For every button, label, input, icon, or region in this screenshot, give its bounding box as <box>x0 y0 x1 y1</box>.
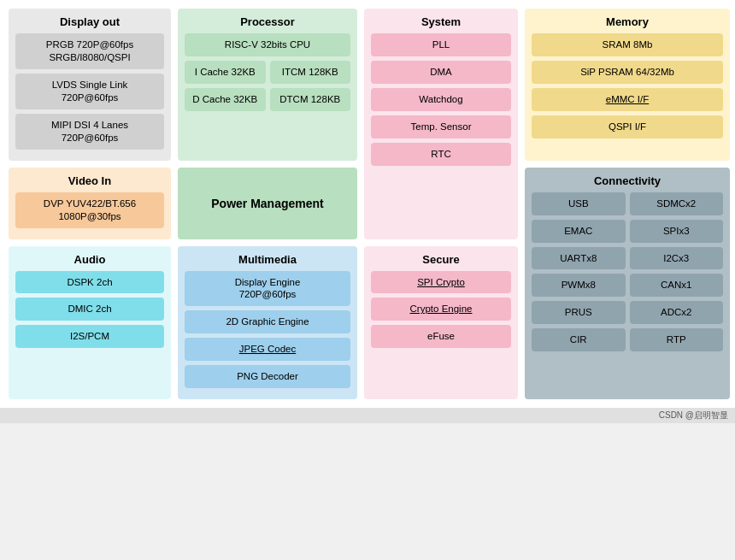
system-section: System PLL DMA Watchdog Temp. Sensor RTC <box>364 9 518 239</box>
connectivity-row2: EMAC SPIx3 <box>532 220 723 243</box>
memory-psram: SiP PSRAM 64/32Mb <box>532 61 723 84</box>
connectivity-adc: ADCx2 <box>630 301 724 324</box>
memory-sram: SRAM 8Mb <box>532 33 723 56</box>
audio-i2s: I2S/PCM <box>15 325 164 348</box>
connectivity-row3: UARTx8 I2Cx3 <box>532 247 723 270</box>
main-layout: Display out PRGB 720P@60fpsSRGB/I8080/QS… <box>0 0 735 408</box>
multimedia-display-engine: Display Engine720P@60fps <box>185 271 350 307</box>
system-temp-sensor: Temp. Sensor <box>371 115 511 139</box>
footer-text: CSDN @启明智显 <box>659 410 728 420</box>
display-out-section: Display out PRGB 720P@60fpsSRGB/I8080/QS… <box>9 9 171 161</box>
display-out-chip-2: LVDS Single Link720P@60fps <box>15 74 164 109</box>
processor-icache: I Cache 32KB <box>185 61 266 84</box>
processor-title: Processor <box>185 15 350 28</box>
memory-section: Memory SRAM 8Mb SiP PSRAM 64/32Mb eMMC I… <box>525 9 730 161</box>
system-pll: PLL <box>371 33 511 56</box>
secure-title: Secure <box>371 253 511 266</box>
connectivity-pwm: PWMx8 <box>532 274 626 297</box>
memory-emmc: eMMC I/F <box>532 88 723 111</box>
multimedia-title: Multimedia <box>185 253 350 266</box>
connectivity-can: CANx1 <box>630 274 724 297</box>
connectivity-sdmc: SDMCx2 <box>630 192 724 215</box>
connectivity-row5: PRUS ADCx2 <box>532 301 723 324</box>
audio-title: Audio <box>15 253 164 266</box>
processor-row2: D Cache 32KB DTCM 128KB <box>185 88 350 111</box>
secure-spi-crypto: SPI Crypto <box>371 271 511 294</box>
processor-dcache: D Cache 32KB <box>185 88 266 111</box>
processor-cpu-chip: RISC-V 32bits CPU <box>185 33 350 56</box>
multimedia-section: Multimedia Display Engine720P@60fps 2D G… <box>178 246 357 400</box>
memory-qspi: QSPI I/F <box>532 115 723 139</box>
multimedia-png: PNG Decoder <box>185 365 350 388</box>
footer: CSDN @启明智显 <box>0 408 735 423</box>
audio-section: Audio DSPK 2ch DMIC 2ch I2S/PCM <box>9 246 171 400</box>
connectivity-row1: USB SDMCx2 <box>532 192 723 215</box>
display-out-title: Display out <box>15 15 164 28</box>
connectivity-prus: PRUS <box>532 301 626 324</box>
connectivity-uart: UARTx8 <box>532 247 626 270</box>
secure-crypto-engine: Crypto Engine <box>371 298 511 321</box>
processor-itcm: ITCM 128KB <box>270 61 351 84</box>
connectivity-usb: USB <box>532 192 626 215</box>
audio-dspk: DSPK 2ch <box>15 271 164 294</box>
processor-dtcm: DTCM 128KB <box>270 88 351 111</box>
connectivity-row6: CIR RTP <box>532 328 723 351</box>
memory-title: Memory <box>532 15 723 28</box>
power-management-section: Power Management <box>178 168 357 239</box>
system-dma: DMA <box>371 61 511 84</box>
video-in-chip: DVP YUV422/BT.6561080P@30fps <box>15 192 164 228</box>
multimedia-jpeg: JPEG Codec <box>185 338 350 361</box>
connectivity-spi: SPIx3 <box>630 220 724 243</box>
system-rtc: RTC <box>371 143 511 166</box>
connectivity-row4: PWMx8 CANx1 <box>532 274 723 297</box>
multimedia-2d-graphic: 2D Graphic Engine <box>185 310 350 333</box>
connectivity-section: Connectivity USB SDMCx2 EMAC SPIx3 UARTx… <box>525 168 730 400</box>
processor-row1: I Cache 32KB ITCM 128KB <box>185 61 350 84</box>
power-management-title: Power Management <box>211 197 323 210</box>
display-out-chip-1: PRGB 720P@60fpsSRGB/I8080/QSPI <box>15 33 164 69</box>
secure-section: Secure SPI Crypto Crypto Engine eFuse <box>364 246 518 400</box>
secure-efuse: eFuse <box>371 325 511 348</box>
connectivity-rtp: RTP <box>630 328 724 351</box>
display-out-chip-3: MIPI DSI 4 Lanes720P@60fps <box>15 114 164 150</box>
audio-dmic: DMIC 2ch <box>15 298 164 321</box>
connectivity-cir: CIR <box>532 328 626 351</box>
video-in-title: Video In <box>15 174 164 187</box>
system-title: System <box>371 15 511 28</box>
connectivity-emac: EMAC <box>532 220 626 243</box>
connectivity-title: Connectivity <box>532 174 723 187</box>
processor-section: Processor RISC-V 32bits CPU I Cache 32KB… <box>178 9 357 161</box>
connectivity-i2c: I2Cx3 <box>630 247 724 270</box>
video-in-section: Video In DVP YUV422/BT.6561080P@30fps <box>9 168 171 239</box>
system-watchdog: Watchdog <box>371 88 511 111</box>
